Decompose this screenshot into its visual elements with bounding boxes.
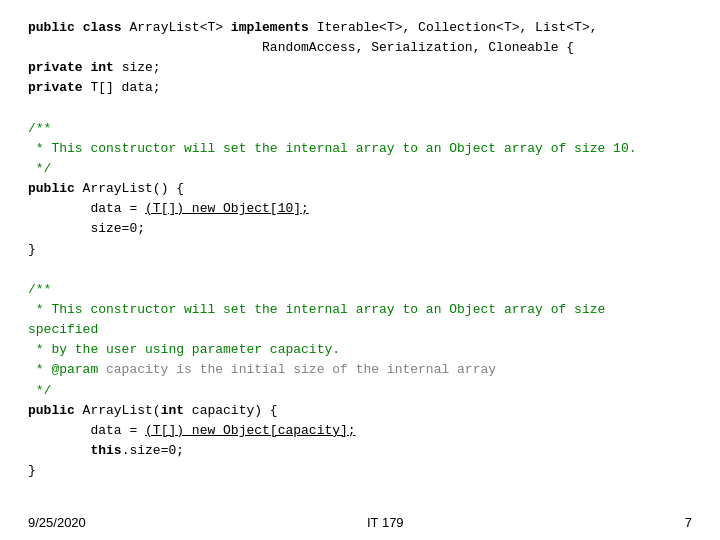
footer-page: 7 [685,515,692,530]
footer-date: 9/25/2020 [28,515,86,530]
slide: public class ArrayList<T> implements Ite… [0,0,720,540]
code-content: public class ArrayList<T> implements Ite… [28,18,692,481]
footer: 9/25/2020 IT 179 7 [0,515,720,530]
footer-course: IT 179 [367,515,404,530]
